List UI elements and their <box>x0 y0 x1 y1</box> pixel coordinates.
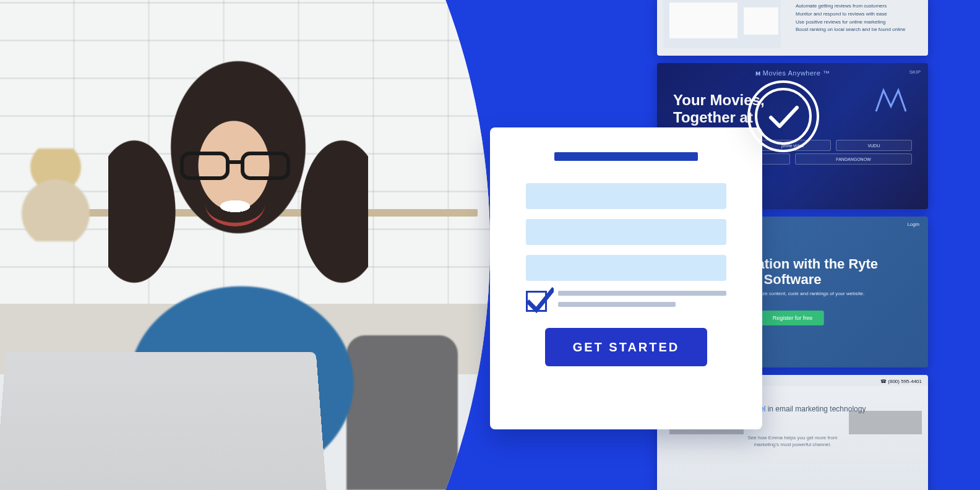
bullet: Automate getting reviews from customers <box>796 2 921 11</box>
movies-anywhere-icon <box>871 82 911 124</box>
text-line <box>558 291 726 296</box>
stage: Automate getting reviews from customers … <box>0 0 980 490</box>
card-reviews: Automate getting reviews from customers … <box>657 0 928 56</box>
bullet: Monitor and respond to reviews with ease <box>796 11 921 19</box>
success-badge-icon <box>744 77 823 156</box>
signup-form-card: GET STARTED <box>490 127 762 429</box>
laptop <box>0 352 328 490</box>
svg-rect-1 <box>243 153 288 178</box>
phone-text: (800) 595-4401 <box>888 379 922 384</box>
consent-checkbox[interactable] <box>526 291 547 312</box>
photo-curve <box>0 0 490 490</box>
form-field-1[interactable] <box>526 183 726 209</box>
logo-pill: VUDU <box>836 140 912 151</box>
register-button[interactable]: Register for free <box>762 311 824 325</box>
text-line <box>558 302 676 307</box>
skip-link[interactable]: SKIP <box>909 69 921 75</box>
consent-row <box>526 291 726 313</box>
login-link[interactable]: Login <box>907 221 919 227</box>
brand-text: Movies Anywhere <box>763 69 821 77</box>
devices-mock <box>663 0 781 48</box>
hero-photo <box>0 0 490 490</box>
form-field-3[interactable] <box>526 255 726 281</box>
bullets: Automate getting reviews from customers … <box>788 2 921 34</box>
phone-number: ☎ (800) 595-4401 <box>880 379 922 384</box>
tm: ™ <box>823 69 830 77</box>
glasses-icon <box>179 147 291 182</box>
get-started-button[interactable]: GET STARTED <box>545 328 707 366</box>
copy: See how Emma helps you get more from mar… <box>748 434 838 448</box>
form-field-2[interactable] <box>526 219 726 245</box>
bullet: Use positive reviews for online marketin… <box>796 19 921 27</box>
brand-m-icon: ᴍ <box>755 69 761 77</box>
svg-point-2 <box>749 82 818 151</box>
bullet: Boost ranking on local search and be fou… <box>796 26 921 34</box>
svg-rect-0 <box>182 153 228 178</box>
svg-point-3 <box>756 89 810 144</box>
form-title-bar <box>554 152 698 161</box>
vase <box>19 148 93 241</box>
copy-l2: marketing's most powerful channel. <box>748 441 838 448</box>
consent-text <box>558 291 726 313</box>
